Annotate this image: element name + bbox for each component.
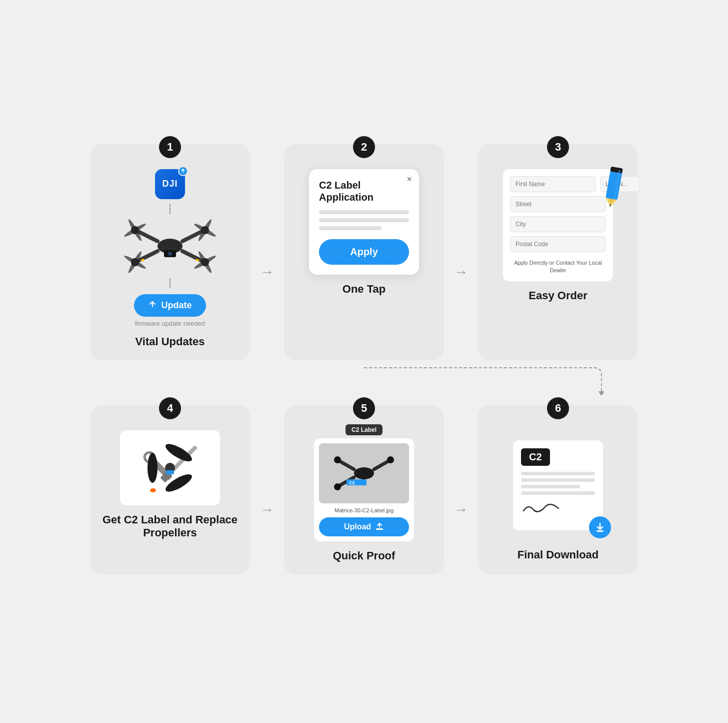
modal-title: C2 Label Application bbox=[319, 179, 409, 203]
tools-svg bbox=[125, 433, 215, 503]
download-button[interactable] bbox=[589, 516, 611, 538]
tools-image bbox=[120, 430, 220, 505]
form-card: Apply Directly or Contact Your Local Dea… bbox=[503, 169, 613, 282]
firmware-text: firmware update needed bbox=[135, 320, 205, 327]
main-container: 1 DJI bbox=[89, 144, 639, 579]
upload-card: C2 Matrice-30-C2-Label.jpg Upload bbox=[314, 438, 414, 541]
svg-point-16 bbox=[197, 250, 213, 274]
step-2-number: 2 bbox=[353, 136, 375, 158]
svg-rect-50 bbox=[376, 528, 383, 530]
step-6-card: 6 C2 bbox=[478, 405, 638, 574]
street-input[interactable] bbox=[510, 196, 606, 212]
step-1-content: DJI bbox=[100, 169, 240, 348]
step-5-content: C2 Label bbox=[294, 430, 434, 562]
step-5-title: Quick Proof bbox=[333, 549, 396, 562]
svg-point-39 bbox=[150, 488, 156, 492]
doc-c2-badge: C2 bbox=[521, 448, 550, 466]
update-badge bbox=[178, 166, 188, 176]
svg-point-45 bbox=[334, 456, 341, 463]
modal-line-1 bbox=[319, 210, 409, 214]
step-4-card: 4 bbox=[90, 405, 250, 574]
step-1-card: 1 DJI bbox=[90, 144, 250, 360]
update-button[interactable]: Update bbox=[134, 294, 206, 317]
upload-button[interactable]: Upload bbox=[319, 517, 409, 536]
row-1: 1 DJI bbox=[89, 144, 639, 360]
row-2: 4 bbox=[89, 405, 639, 574]
arrow-4-5: → bbox=[260, 445, 274, 574]
modal-line-2 bbox=[319, 218, 409, 222]
drone-image bbox=[120, 216, 220, 276]
first-name-input[interactable] bbox=[510, 176, 596, 192]
arrow-2-3: → bbox=[454, 184, 468, 360]
step-4-title: Get C2 Label and Replace Propellers bbox=[100, 513, 240, 539]
svg-point-12 bbox=[197, 218, 213, 242]
step-2-card: 2 × C2 Label Application Apply One Tap bbox=[284, 144, 444, 360]
svg-point-36 bbox=[148, 453, 158, 483]
doc-lines bbox=[521, 472, 595, 495]
doc-line-4 bbox=[521, 491, 595, 495]
dji-app-icon: DJI bbox=[155, 169, 185, 199]
doc-line-3 bbox=[521, 485, 580, 488]
city-input[interactable] bbox=[510, 216, 606, 232]
step-6-number: 6 bbox=[547, 397, 569, 419]
svg-point-47 bbox=[334, 483, 341, 490]
svg-point-10 bbox=[127, 218, 143, 242]
svg-marker-28 bbox=[598, 391, 604, 395]
c2-label-badge: C2 Label bbox=[346, 424, 382, 435]
step-3-number: 3 bbox=[547, 136, 569, 158]
modal-lines bbox=[319, 210, 409, 230]
arrow-5-6: → bbox=[454, 445, 468, 574]
apply-button[interactable]: Apply bbox=[319, 239, 409, 265]
step-3-content: Apply Directly or Contact Your Local Dea… bbox=[488, 169, 628, 303]
doc-line-1 bbox=[521, 472, 595, 475]
postal-input[interactable] bbox=[510, 236, 606, 252]
modal-card: × C2 Label Application Apply bbox=[309, 169, 419, 275]
apply-button-label: Apply bbox=[350, 246, 378, 257]
svg-line-25 bbox=[610, 204, 610, 206]
step-3-title: Easy Order bbox=[528, 289, 587, 302]
step-6-content: C2 bbox=[488, 430, 628, 561]
upload-button-label: Upload bbox=[344, 522, 371, 531]
arrow-1-2: → bbox=[260, 184, 274, 360]
dji-logo-text: DJI bbox=[162, 179, 178, 189]
dealer-text: Apply Directly or Contact Your Local Dea… bbox=[510, 259, 606, 275]
svg-rect-38 bbox=[166, 470, 174, 474]
step-2-content: × C2 Label Application Apply One Tap bbox=[294, 169, 434, 296]
svg-point-41 bbox=[354, 467, 374, 479]
signature bbox=[521, 501, 595, 518]
step-2-title: One Tap bbox=[342, 283, 386, 296]
svg-point-46 bbox=[387, 456, 394, 463]
step-1-number: 1 bbox=[159, 136, 181, 158]
filename-text: Matrice-30-C2-Label.jpg bbox=[319, 507, 409, 513]
form-name-row bbox=[510, 176, 606, 192]
step-1-title: Vital Updates bbox=[136, 335, 205, 348]
step-4-number: 4 bbox=[159, 397, 181, 419]
drone-photo: C2 bbox=[319, 443, 409, 503]
step-4-content: Get C2 Label and Replace Propellers bbox=[100, 430, 240, 539]
svg-rect-51 bbox=[596, 530, 604, 532]
dotted-line-top bbox=[170, 204, 170, 214]
svg-point-19 bbox=[168, 252, 172, 255]
step-6-title: Final Download bbox=[518, 548, 599, 561]
update-button-label: Update bbox=[161, 300, 192, 311]
modal-line-3 bbox=[319, 226, 382, 230]
modal-close-button[interactable]: × bbox=[406, 174, 412, 185]
row-connector bbox=[89, 365, 639, 395]
svg-point-14 bbox=[127, 250, 143, 274]
svg-text:C2: C2 bbox=[349, 480, 355, 485]
doc-line-2 bbox=[521, 478, 595, 482]
step-5-number: 5 bbox=[353, 397, 375, 419]
step-3-card: 3 Apply Directly or Contact Your Local D… bbox=[478, 144, 638, 360]
dotted-line-bottom bbox=[170, 278, 170, 288]
step-5-card: 5 C2 Label bbox=[284, 405, 444, 574]
doc-card: C2 bbox=[513, 440, 603, 530]
